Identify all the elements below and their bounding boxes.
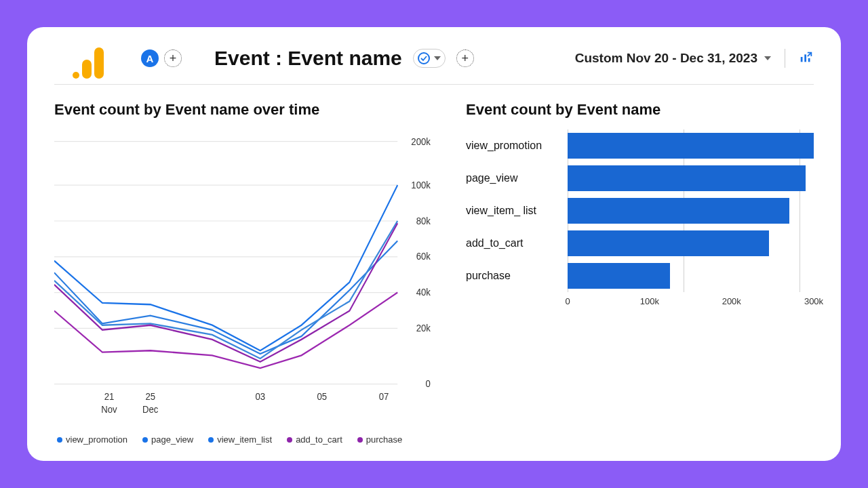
bar-x-tick: 200k	[722, 296, 741, 306]
bar-label: view_item_ list	[466, 205, 568, 217]
customize-report-icon[interactable]	[799, 49, 814, 67]
chevron-down-icon	[764, 56, 771, 60]
check-icon	[418, 52, 430, 64]
series-page-view	[54, 241, 397, 354]
x-tick: 25	[145, 390, 155, 402]
bar-label: view_promotion	[466, 140, 568, 152]
bar-row: page_view	[466, 162, 814, 195]
x-tick: 07	[379, 390, 389, 402]
bar-row: view_promotion	[466, 129, 814, 162]
bar-fill	[568, 165, 806, 191]
add-segment-button[interactable]: +	[164, 49, 182, 67]
analytics-card: A + Event : Event name + Custom Nov 20 -…	[27, 27, 841, 461]
y-tick: 0	[426, 378, 431, 389]
chevron-down-icon	[434, 56, 441, 60]
topbar: A + Event : Event name + Custom Nov 20 -…	[54, 38, 814, 85]
segment-badge[interactable]: A	[141, 49, 159, 67]
analytics-logo	[68, 38, 108, 79]
bar-row: purchase	[466, 260, 814, 292]
y-tick: 40k	[416, 286, 431, 298]
line-chart-panel: Event count by Event name over time 200k…	[54, 101, 439, 445]
bar-row: add_to_cart	[466, 227, 814, 260]
line-chart-title: Event count by Event name over time	[54, 101, 439, 119]
report-title: Event : Event name	[214, 47, 402, 70]
svg-rect-0	[801, 57, 803, 62]
bar-row: view_item_ list	[466, 195, 814, 227]
y-tick: 100k	[411, 179, 431, 190]
date-range-text: Custom Nov 20 - Dec 31, 2023	[575, 51, 757, 66]
legend-item[interactable]: page_view	[142, 434, 193, 445]
date-range-picker[interactable]: Custom Nov 20 - Dec 31, 2023	[575, 51, 771, 66]
bar-fill	[568, 263, 670, 289]
y-tick: 60k	[416, 251, 431, 262]
bar-label: add_to_cart	[466, 237, 568, 249]
bar-x-axis: 0 100k 200k 300k	[568, 296, 814, 310]
y-tick: 200k	[411, 136, 431, 148]
svg-rect-1	[804, 54, 806, 62]
add-filter-button[interactable]: +	[456, 49, 474, 67]
bar-label: page_view	[466, 172, 568, 184]
bar-chart: view_promotion page_view view_item_ list…	[466, 129, 814, 445]
bar-label: purchase	[466, 270, 568, 282]
legend-item[interactable]: view_promotion	[57, 434, 127, 445]
bar-x-tick: 300k	[804, 296, 823, 306]
bar-fill	[568, 198, 789, 224]
bar-chart-title: Event count by Event name	[466, 101, 814, 119]
x-tick: 05	[317, 390, 328, 402]
bar-fill	[568, 133, 814, 159]
legend-item[interactable]: purchase	[357, 434, 402, 445]
legend-item[interactable]: view_item_list	[208, 434, 272, 445]
line-chart: 200k 100k 80k 60k 40k 20k 0 21 Nov 25 De…	[54, 129, 439, 432]
y-tick: 80k	[416, 215, 431, 226]
legend-item[interactable]: add_to_cart	[287, 434, 342, 445]
bar-x-tick: 0	[565, 296, 570, 306]
filter-pill[interactable]	[413, 49, 446, 68]
content: Event count by Event name over time 200k…	[54, 85, 814, 445]
y-tick: 20k	[416, 322, 431, 333]
bar-x-tick: 100k	[640, 296, 659, 306]
x-tick: 03	[255, 390, 265, 402]
series-view-item-list	[54, 221, 397, 359]
x-tick-sub: Dec	[142, 403, 158, 415]
bar-chart-panel: Event count by Event name view_promotion	[466, 101, 814, 445]
line-chart-legend: view_promotion page_view view_item_list …	[54, 434, 439, 445]
svg-rect-2	[808, 58, 810, 62]
x-tick-sub: Nov	[101, 403, 117, 415]
bar-fill	[568, 230, 769, 256]
divider	[785, 49, 785, 68]
x-tick: 21	[104, 390, 115, 402]
